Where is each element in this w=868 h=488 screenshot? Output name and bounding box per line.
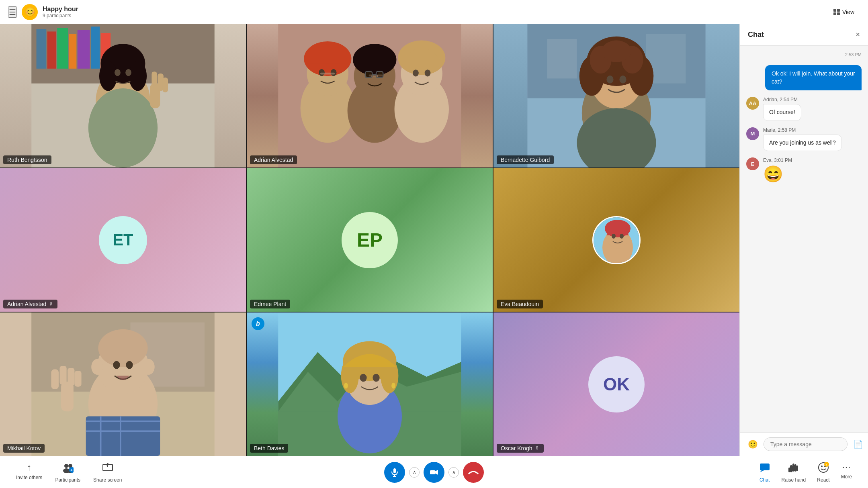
tile-ruth: Ruth Bengtsson [0, 24, 246, 167]
sender-eva: Eva, 3:01 PM [763, 157, 862, 163]
video-arrow-button[interactable]: ∧ [448, 467, 459, 478]
svg-point-92 [360, 374, 366, 382]
chat-header: Chat × [740, 24, 868, 46]
label-mikhail: Mikhail Kotov [3, 444, 45, 453]
attach-button[interactable]: 📄 [852, 438, 865, 451]
view-button[interactable]: View [828, 6, 860, 18]
avatar-eva-chat: E [746, 157, 759, 170]
bernadette-photo [493, 24, 739, 167]
chat-input-area: 🙂 📄 ⋯ [740, 432, 868, 456]
adrian-video-name: Adrian Alvestad [254, 157, 293, 163]
svg-rect-81 [68, 368, 74, 386]
svg-rect-117 [788, 468, 790, 472]
svg-rect-79 [51, 370, 59, 389]
chat-title: Chat [748, 31, 764, 39]
main-content: Ruth Bengtsson [0, 24, 868, 456]
svg-rect-80 [59, 366, 66, 385]
svg-rect-4 [57, 28, 68, 69]
label-ruth: Ruth Bengtsson [3, 155, 51, 164]
svg-point-70 [143, 359, 155, 375]
react-icon: + [818, 462, 829, 476]
chat-input[interactable] [764, 437, 848, 451]
svg-rect-44 [547, 39, 577, 78]
et-avatar-tile: ET [0, 168, 246, 312]
chat-label: Chat [760, 477, 770, 483]
video-button[interactable] [424, 462, 444, 483]
bottom-toolbar: ↑ Invite others + Participants [0, 456, 868, 488]
svg-point-95 [391, 383, 395, 389]
svg-point-12 [99, 61, 117, 91]
invite-label: Invite others [16, 475, 42, 480]
svg-rect-104 [393, 468, 396, 473]
svg-point-53 [602, 41, 631, 62]
header-right: View [828, 6, 860, 18]
message-marie-1: Are you joining us as well? [763, 135, 842, 151]
message-timestamp-own: 2:53 PM [845, 52, 862, 57]
message-group-eva: E Eva, 3:01 PM 😄 [746, 157, 862, 184]
oscar-avatar-circle: OK [588, 356, 645, 412]
svg-rect-20 [151, 71, 157, 85]
tile-oscar: OK Oscar Krogh 🎙 [493, 312, 739, 456]
more-button[interactable]: ⋯ More [841, 462, 852, 483]
toolbar-right: Chat Raise hand [759, 462, 852, 483]
participants-count: 9 participants [43, 13, 78, 18]
toolbar-center: ∧ ∧ [384, 462, 484, 483]
tile-beth: b Beth Davies [247, 312, 493, 456]
label-bernadette: Bernadette Guibord [497, 155, 554, 164]
svg-text:+: + [70, 468, 73, 472]
chat-icon [759, 462, 770, 476]
svg-rect-116 [796, 466, 798, 471]
meeting-emoji: 😊 [22, 4, 38, 20]
oscar-avatar-tile: OK [493, 312, 739, 456]
svg-point-55 [619, 76, 626, 84]
emoji-button[interactable]: 🙂 [746, 438, 760, 451]
participants-button[interactable]: + Participants [55, 462, 80, 483]
menu-button[interactable]: ☰ [8, 6, 17, 18]
svg-rect-27 [320, 73, 335, 75]
mic-arrow-button[interactable]: ∧ [409, 467, 420, 478]
svg-rect-113 [790, 465, 792, 472]
et-avatar-circle: ET [99, 216, 147, 264]
mic-button[interactable] [384, 462, 405, 483]
chat-close-button[interactable]: × [856, 31, 860, 39]
message-content-marie: Marie, 2:58 PM Are you joining us as wel… [763, 127, 862, 151]
share-screen-button[interactable]: Share screen [93, 462, 122, 483]
invite-icon: ↑ [27, 462, 32, 473]
chat-button[interactable]: Chat [759, 462, 770, 483]
svg-point-13 [129, 61, 147, 91]
share-icon [102, 462, 113, 476]
invite-others-button[interactable]: ↑ Invite others [16, 462, 42, 483]
view-label: View [842, 9, 854, 15]
mute-icon: 🎙 [49, 301, 53, 307]
react-button[interactable]: + React [817, 462, 829, 483]
oscar-name: Oscar Krogh [501, 445, 532, 451]
avatar-adrian-chat: AA [746, 97, 759, 110]
label-ep: Edmee Plant [250, 300, 290, 308]
svg-point-71 [113, 361, 120, 369]
raise-hand-button[interactable]: Raise hand [782, 462, 806, 483]
svg-rect-82 [74, 371, 81, 386]
svg-line-110 [477, 472, 478, 474]
bing-icon: b [252, 317, 264, 330]
raise-hand-icon [788, 462, 799, 476]
ruth-name: Ruth Bengtsson [7, 157, 47, 163]
end-call-button[interactable] [463, 462, 484, 483]
label-adrian-video: Adrian Alvestad [250, 155, 297, 164]
svg-rect-7 [91, 27, 100, 69]
mikhail-name: Mikhail Kotov [7, 445, 41, 451]
svg-line-109 [469, 472, 470, 474]
message-group-marie: M Marie, 2:58 PM Are you joining us as w… [746, 127, 862, 151]
svg-point-54 [606, 76, 613, 84]
svg-rect-3 [47, 31, 56, 68]
bernadette-name: Bernadette Guibord [501, 157, 550, 163]
svg-rect-115 [794, 464, 796, 472]
ep-avatar-circle: EP [342, 212, 398, 268]
tile-et: ET Adrian Alvestad 🎙 [0, 168, 246, 312]
chat-panel: Chat × 2:53 PM Ok ok! I will join. What … [739, 24, 868, 456]
message-own-1: Ok ok! I will join. What about your cat? [765, 65, 862, 90]
participants-label: Participants [55, 477, 80, 483]
toolbar-left: ↑ Invite others + Participants [16, 462, 122, 483]
svg-rect-2 [37, 29, 47, 68]
svg-rect-19 [162, 78, 168, 92]
video-grid: Ruth Bengtsson [0, 24, 739, 456]
